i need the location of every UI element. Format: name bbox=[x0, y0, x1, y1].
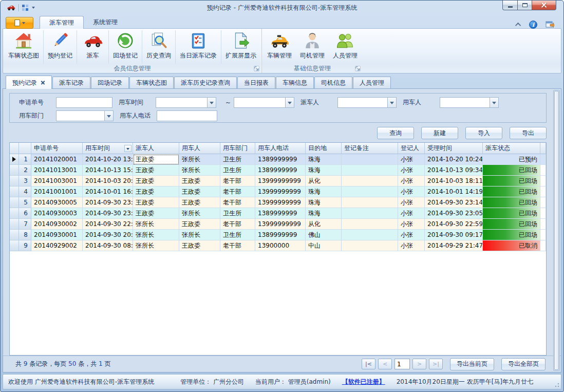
column-header[interactable]: 登记备注 bbox=[342, 143, 398, 154]
table-cell[interactable]: 2014-09-30 23:00 bbox=[83, 208, 133, 219]
table-cell[interactable]: 珠海 bbox=[306, 165, 342, 176]
table-cell[interactable]: 老干部 bbox=[220, 219, 255, 230]
table-cell[interactable]: 张所长 bbox=[133, 240, 179, 251]
table-cell[interactable]: 张所长 bbox=[133, 230, 179, 240]
table-cell[interactable]: 2014-09-30 20:00 bbox=[83, 230, 133, 240]
table-row[interactable]: 9201409290022014-09-30 08:00张所长王政委老干部139… bbox=[10, 240, 546, 251]
table-cell[interactable]: 2014-09-30 09:17 bbox=[425, 230, 483, 240]
ribbon-button[interactable]: 人员管理 bbox=[329, 30, 362, 64]
about-info-icon[interactable]: i bbox=[529, 21, 537, 29]
table-cell[interactable]: 小张 bbox=[398, 219, 425, 230]
dispatch-status-cell[interactable]: 已回场 bbox=[483, 186, 540, 197]
table-row[interactable]: 1201410200012014-10-20 13:00王政委张所长卫生所138… bbox=[10, 154, 546, 165]
table-cell[interactable]: 王政委 bbox=[133, 154, 179, 165]
column-header[interactable]: 目的地 bbox=[306, 143, 342, 154]
status-reserved-text[interactable]: 已预约 bbox=[483, 154, 540, 165]
table-cell[interactable]: 卫生所 bbox=[220, 208, 255, 219]
filter-combo[interactable] bbox=[234, 97, 294, 108]
first-page-button[interactable]: |< bbox=[362, 359, 375, 369]
minimize-button[interactable] bbox=[502, 1, 518, 10]
table-cell[interactable]: 老干部 bbox=[220, 176, 255, 186]
dispatch-status-cell[interactable]: 已取消 bbox=[483, 240, 540, 251]
table-cell[interactable]: 王政委 bbox=[133, 165, 179, 176]
doc-tab[interactable]: 司机信息 bbox=[314, 77, 352, 88]
ribbon-button[interactable]: 当日派车记录 bbox=[175, 30, 221, 64]
column-header[interactable]: 用车人电话 bbox=[255, 143, 306, 154]
doc-tab[interactable]: 派车历史记录查询 bbox=[174, 77, 237, 88]
table-cell[interactable]: 20141020001 bbox=[31, 154, 83, 165]
quick-access-dropdown-icon[interactable] bbox=[32, 7, 35, 10]
table-cell[interactable]: 13999999999 bbox=[255, 197, 306, 208]
table-cell[interactable]: 王政委 bbox=[179, 176, 220, 186]
table-cell[interactable]: 张所长 bbox=[179, 230, 220, 240]
dialog-launcher-icon[interactable] bbox=[355, 66, 361, 71]
table-cell[interactable]: 20141001001 bbox=[31, 186, 83, 197]
combo-dropdown-icon[interactable] bbox=[285, 98, 294, 107]
table-cell[interactable]: 小张 bbox=[398, 208, 425, 219]
table-cell[interactable]: 13999999999 bbox=[255, 186, 306, 197]
table-cell[interactable]: 1389999999 bbox=[255, 154, 306, 165]
table-cell[interactable]: 王政委 bbox=[179, 197, 220, 208]
query-button[interactable]: 查询 bbox=[377, 127, 414, 139]
table-cell[interactable]: 张所长 bbox=[179, 208, 220, 219]
scrollbar-thumb[interactable] bbox=[554, 91, 559, 370]
table-cell[interactable]: 1389999999 bbox=[255, 165, 306, 176]
table-cell[interactable]: 从化 bbox=[306, 176, 342, 186]
filter-text-input[interactable] bbox=[56, 97, 112, 108]
table-cell[interactable]: 老干部 bbox=[220, 240, 255, 251]
ribbon-button[interactable]: 回场登记 bbox=[108, 30, 142, 64]
column-header[interactable]: 用车人 bbox=[179, 143, 220, 154]
license-registered-link[interactable]: 【软件已注册】 bbox=[342, 378, 385, 386]
table-cell[interactable]: 20140929002 bbox=[31, 240, 83, 251]
ribbon-button[interactable]: 历史查询 bbox=[142, 30, 175, 64]
column-header[interactable]: 派车状态 bbox=[483, 143, 540, 154]
table-cell[interactable]: 王政委 bbox=[179, 186, 220, 197]
ribbon-button[interactable]: 预约登记 bbox=[43, 30, 77, 64]
app-menu-button[interactable] bbox=[6, 17, 33, 29]
table-row[interactable]: 3201410030012014-10-03 20:00王政委王政委老干部139… bbox=[10, 176, 546, 186]
table-cell[interactable]: 13999999999 bbox=[255, 176, 306, 186]
table-cell[interactable]: 2014-10-01 14:19 bbox=[425, 186, 483, 197]
doc-tab[interactable]: 当日报表 bbox=[237, 77, 275, 88]
combo-dropdown-icon[interactable] bbox=[387, 98, 396, 107]
filter-combo[interactable] bbox=[440, 97, 499, 108]
table-row[interactable]: 6201409300032014-09-30 23:00王政委张所长卫生所138… bbox=[10, 208, 546, 219]
doc-tab[interactable]: 回场记录 bbox=[91, 77, 129, 88]
table-cell[interactable]: 从化 bbox=[306, 219, 342, 230]
quick-access-grid-icon[interactable] bbox=[22, 5, 29, 11]
column-header[interactable]: 登记人 bbox=[398, 143, 425, 154]
table-cell[interactable] bbox=[342, 230, 398, 240]
table-cell[interactable]: 2014-09-30 22:00 bbox=[83, 219, 133, 230]
export-current-page-button[interactable]: 导出当前页 bbox=[450, 358, 494, 370]
filter-combo[interactable] bbox=[337, 97, 397, 108]
table-cell[interactable]: 小张 bbox=[398, 154, 425, 165]
table-cell[interactable]: 王政委 bbox=[133, 186, 179, 197]
table-cell[interactable]: 卫生所 bbox=[220, 165, 255, 176]
table-row[interactable]: 5201409300052014-09-30 23:30王政委王政委老干部139… bbox=[10, 197, 546, 208]
table-cell[interactable]: 张所长 bbox=[179, 154, 220, 165]
table-row[interactable]: 2201410130012014-10-13 15:00王政委张所长卫生所138… bbox=[10, 165, 546, 176]
window-switch-icon[interactable] bbox=[546, 21, 554, 29]
table-cell[interactable]: 张所长 bbox=[133, 219, 179, 230]
filter-text-input[interactable] bbox=[157, 110, 217, 121]
table-cell[interactable]: 13999999999 bbox=[255, 219, 306, 230]
column-header[interactable]: 受理时间 bbox=[425, 143, 483, 154]
prev-page-button[interactable]: < bbox=[378, 359, 392, 369]
table-cell[interactable]: 1389999999 bbox=[255, 208, 306, 219]
table-cell[interactable]: 2014-09-30 23:14 bbox=[425, 197, 483, 208]
table-cell[interactable]: 佛山 bbox=[306, 230, 342, 240]
table-cell[interactable] bbox=[342, 208, 398, 219]
table-cell[interactable]: 2014-09-30 08:00 bbox=[83, 240, 133, 251]
ribbon-tab[interactable]: 派车管理 bbox=[40, 16, 84, 29]
doc-tab[interactable]: 车辆状态图 bbox=[129, 77, 174, 88]
resize-grip[interactable] bbox=[553, 381, 559, 387]
maximize-button[interactable] bbox=[518, 1, 532, 10]
table-cell[interactable]: 2014-10-03 20:00 bbox=[83, 176, 133, 186]
table-cell[interactable]: 王政委 bbox=[179, 240, 220, 251]
table-cell[interactable]: 13900000 bbox=[255, 240, 306, 251]
export-button[interactable]: 导出 bbox=[510, 127, 547, 139]
table-cell[interactable]: 小张 bbox=[398, 230, 425, 240]
table-cell[interactable]: 2014-10-03 18:11 bbox=[425, 176, 483, 186]
table-cell[interactable]: 王政委 bbox=[179, 219, 220, 230]
dispatch-status-cell[interactable]: 已回场 bbox=[483, 176, 540, 186]
